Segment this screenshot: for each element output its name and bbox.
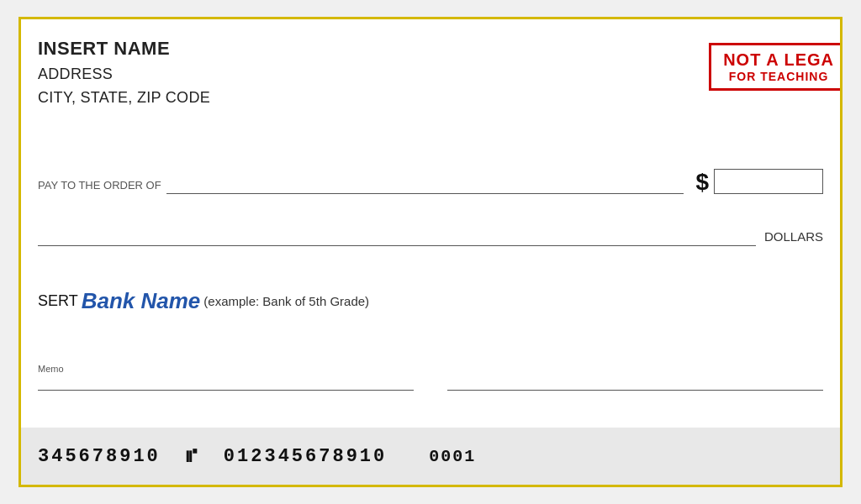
micr-check-number: 0001 [429, 447, 476, 466]
amount-box[interactable] [714, 169, 823, 194]
micr-separator: ⑈ [186, 445, 198, 467]
address-block: INSERT NAME ADDRESS CITY, STATE, ZIP COD… [38, 34, 210, 110]
micr-account: 012345678910 [224, 446, 387, 467]
micr-band: 345678910 ⑈ 012345678910 0001 [21, 428, 840, 485]
pay-to-line [166, 176, 684, 194]
bank-row: SERT Bank Name (example: Bank of 5th Gra… [38, 288, 823, 314]
check-city-state-zip: CITY, STATE, ZIP CODE [38, 87, 210, 110]
check-body: INSERT NAME ADDRESS CITY, STATE, ZIP COD… [18, 17, 843, 487]
bank-example: (example: Bank of 5th Grade) [203, 294, 369, 308]
memo-label: Memo [38, 364, 414, 374]
micr-routing-number: 345678910 [38, 446, 161, 467]
pay-to-row: PAY TO THE ORDER OF $ [38, 169, 823, 194]
not-legal-line2: FOR TEACHING [723, 70, 834, 83]
memo-line [38, 375, 414, 391]
micr-routing: 345678910 [38, 446, 161, 467]
written-amount-row: DOLLARS [38, 228, 823, 246]
bank-prefix: SERT [38, 292, 78, 310]
written-amount-line [38, 228, 756, 246]
check-address: ADDRESS [38, 63, 210, 87]
pay-to-label: PAY TO THE ORDER OF [38, 179, 161, 194]
bottom-lines-row: Memo [38, 364, 823, 391]
bank-name: Bank Name [82, 288, 201, 314]
signature-block [447, 375, 823, 391]
not-legal-stamp: NOT A LEGA FOR TEACHING [709, 43, 843, 91]
check-name: INSERT NAME [38, 34, 210, 63]
not-legal-line1: NOT A LEGA [723, 50, 834, 70]
dollars-label: DOLLARS [764, 229, 823, 246]
signature-line [447, 375, 823, 391]
dollar-sign: $ [695, 171, 709, 194]
memo-block: Memo [38, 364, 414, 391]
